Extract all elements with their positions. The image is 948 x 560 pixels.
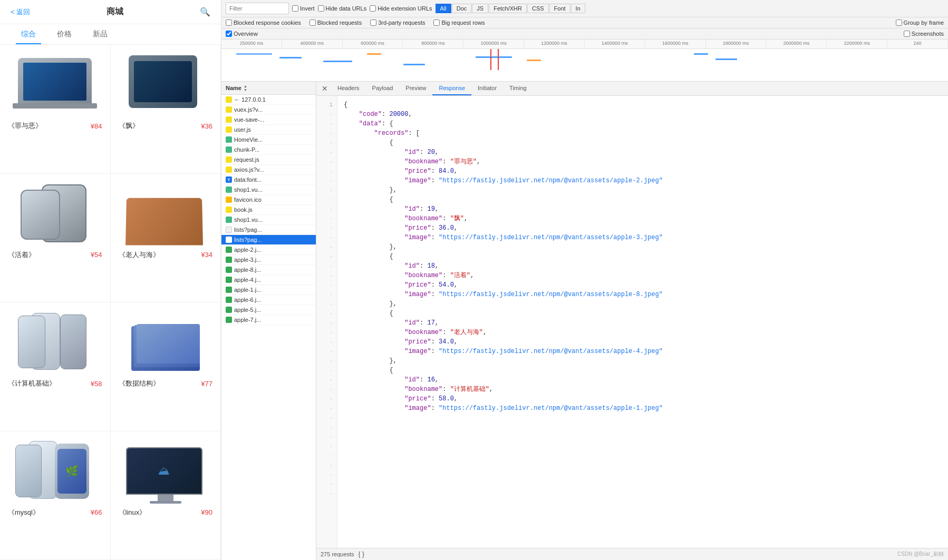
list-item[interactable]: 《活着》 ¥54 bbox=[0, 174, 111, 303]
hide-ext-urls-label[interactable]: Hide extension URLs bbox=[370, 5, 432, 12]
network-item-name: apple-4.j... bbox=[234, 277, 261, 283]
tab-initiator[interactable]: Initiator bbox=[471, 82, 503, 95]
img-icon bbox=[226, 267, 232, 273]
code-line: "bookname": "飘", bbox=[337, 214, 948, 223]
network-item-name: shop1.vu... bbox=[234, 217, 263, 223]
hide-ext-urls-checkbox[interactable] bbox=[370, 5, 376, 12]
network-item-vuex[interactable]: vuex.js?v... bbox=[221, 105, 316, 115]
network-item-apple1[interactable]: apple-1.j... bbox=[221, 285, 316, 295]
type-btn-css[interactable]: CSS bbox=[527, 4, 549, 13]
network-item-homeview[interactable]: HomeVie... bbox=[221, 135, 316, 145]
favicon-icon bbox=[226, 197, 232, 203]
product-name: 《mysql》 bbox=[8, 508, 40, 517]
tab-jiage[interactable]: 价格 bbox=[46, 24, 82, 44]
close-detail-button[interactable]: ✕ bbox=[318, 82, 331, 95]
invert-checkbox-label[interactable]: Invert bbox=[292, 5, 315, 12]
tick-400: 400000 ms bbox=[282, 40, 343, 48]
timeline-area[interactable]: 250000 ms 400000 ms 600000 ms 800000 ms … bbox=[221, 40, 948, 82]
tab-preview[interactable]: Preview bbox=[399, 82, 432, 95]
sort-icon[interactable]: ▲▼ bbox=[244, 84, 247, 92]
blocked-cookies-label[interactable]: Blocked response cookies bbox=[226, 19, 301, 26]
name-column-label: Name bbox=[226, 85, 241, 91]
timeline-bars[interactable] bbox=[221, 49, 948, 82]
network-item-apple7[interactable]: apple-7.j... bbox=[221, 315, 316, 325]
blocked-cookies-checkbox[interactable] bbox=[226, 19, 232, 26]
big-rows-checkbox[interactable] bbox=[433, 19, 440, 26]
list-item[interactable]: 《数据结构》 ¥77 bbox=[111, 302, 221, 431]
type-btn-doc[interactable]: Doc bbox=[452, 4, 472, 13]
line-num-10: - bbox=[316, 185, 337, 195]
network-item-axiosjs[interactable]: axios.js?v... bbox=[221, 165, 316, 175]
overview-checkbox[interactable] bbox=[226, 31, 232, 37]
product-price: ¥34 bbox=[201, 251, 212, 259]
hide-data-urls-checkbox[interactable] bbox=[318, 5, 324, 12]
code-line: "image": "https://fastly.jsdelivr.net/np… bbox=[337, 233, 948, 242]
network-item-listspag2[interactable]: lists?pag... bbox=[221, 235, 316, 245]
type-btn-fetch[interactable]: Fetch/XHR bbox=[489, 4, 527, 13]
network-request-list: Name ▲▼ ← 127.0.0.1 vuex.js?v... vue-sav… bbox=[221, 82, 316, 560]
code-line: "image": "https://fastly.jsdelivr.net/np… bbox=[337, 347, 948, 356]
big-rows-label[interactable]: Big request rows bbox=[433, 19, 485, 26]
tab-timing[interactable]: Timing bbox=[503, 82, 533, 95]
json-format-icon[interactable]: { } bbox=[359, 551, 364, 558]
line-num-32: - bbox=[316, 394, 337, 404]
filter-input[interactable] bbox=[226, 3, 289, 14]
network-item-userjs[interactable]: user.js bbox=[221, 125, 316, 135]
network-item-chunk[interactable]: chunk-P... bbox=[221, 145, 316, 155]
js-icon bbox=[226, 126, 232, 133]
screenshots-label[interactable]: Screenshots bbox=[904, 31, 944, 37]
tab-response[interactable]: Response bbox=[432, 82, 471, 95]
network-item-apple2[interactable]: apple-2.j... bbox=[221, 245, 316, 255]
list-item[interactable]: 《罪与恶》 ¥84 bbox=[0, 45, 111, 174]
hide-data-urls-label[interactable]: Hide data URLs bbox=[318, 5, 367, 12]
list-item[interactable]: 《计算机基础》 ¥58 bbox=[0, 302, 111, 431]
list-item[interactable]: 🌿 《mysql》 ¥66 bbox=[0, 431, 111, 561]
code-line: "bookname": "计算机基础", bbox=[337, 385, 948, 394]
network-item-bookjs[interactable]: book.js bbox=[221, 205, 316, 215]
network-item-vuesave[interactable]: vue-save-... bbox=[221, 115, 316, 125]
network-item-apple6[interactable]: apple-6.j... bbox=[221, 295, 316, 305]
screenshots-checkbox[interactable] bbox=[904, 31, 910, 37]
type-btn-font[interactable]: Font bbox=[549, 4, 570, 13]
network-item-requestjs[interactable]: request.js bbox=[221, 155, 316, 165]
tab-xinpin[interactable]: 新品 bbox=[82, 24, 118, 44]
network-item-datafont[interactable]: T data:font... bbox=[221, 175, 316, 185]
tab-payload[interactable]: Payload bbox=[366, 82, 400, 95]
network-item-favicon[interactable]: favicon.ico bbox=[221, 195, 316, 205]
search-icon[interactable]: 🔍 bbox=[200, 7, 210, 17]
network-item-apple5[interactable]: apple-5.j... bbox=[221, 305, 316, 315]
list-item[interactable]: 《老人与海》 ¥34 bbox=[111, 174, 221, 303]
network-item-listspag1[interactable]: lists?pag... bbox=[221, 225, 316, 235]
third-party-checkbox[interactable] bbox=[370, 19, 376, 26]
mobile-header: < 返回 商城 🔍 bbox=[0, 0, 221, 24]
invert-checkbox[interactable] bbox=[292, 5, 298, 12]
group-by-frame-label[interactable]: Group by frame bbox=[896, 19, 944, 26]
type-btn-in[interactable]: In bbox=[571, 4, 585, 13]
network-item-127[interactable]: ← 127.0.0.1 bbox=[221, 95, 316, 105]
blocked-requests-label[interactable]: Blocked requests bbox=[309, 19, 362, 26]
devtools-toolbar-row3: Overview Screenshots bbox=[221, 28, 948, 40]
code-line: { bbox=[337, 309, 948, 318]
network-item-name: ← 127.0.0.1 bbox=[234, 96, 266, 103]
network-item-name: vue-save-... bbox=[234, 116, 264, 123]
blocked-requests-checkbox[interactable] bbox=[309, 19, 316, 26]
tab-zonghe[interactable]: 综合 bbox=[11, 24, 46, 44]
type-btn-all[interactable]: All bbox=[436, 4, 451, 13]
network-item-apple8[interactable]: apple-8.j... bbox=[221, 265, 316, 275]
type-btn-js[interactable]: JS bbox=[472, 4, 488, 13]
response-viewer[interactable]: 1 - - - - - - - - - - - - - - - - bbox=[316, 96, 948, 548]
big-rows-text: Big request rows bbox=[441, 19, 485, 26]
network-item-apple3[interactable]: apple-3.j... bbox=[221, 255, 316, 265]
list-item[interactable]: ⛰ 《linux》 ¥90 bbox=[111, 431, 221, 561]
network-item-apple4[interactable]: apple-4.j... bbox=[221, 275, 316, 285]
third-party-label[interactable]: 3rd-party requests bbox=[370, 19, 425, 26]
tab-headers[interactable]: Headers bbox=[331, 82, 366, 95]
network-item-shop1vue[interactable]: shop1.vu... bbox=[221, 185, 316, 195]
line-num-8: - bbox=[316, 166, 337, 176]
overview-label[interactable]: Overview bbox=[226, 31, 258, 37]
back-button[interactable]: < 返回 bbox=[11, 7, 30, 17]
code-line: { bbox=[337, 138, 948, 148]
list-item[interactable]: 《飘》 ¥36 bbox=[111, 45, 221, 174]
group-by-frame-checkbox[interactable] bbox=[896, 19, 902, 26]
network-item-shop1vu2[interactable]: shop1.vu... bbox=[221, 215, 316, 225]
